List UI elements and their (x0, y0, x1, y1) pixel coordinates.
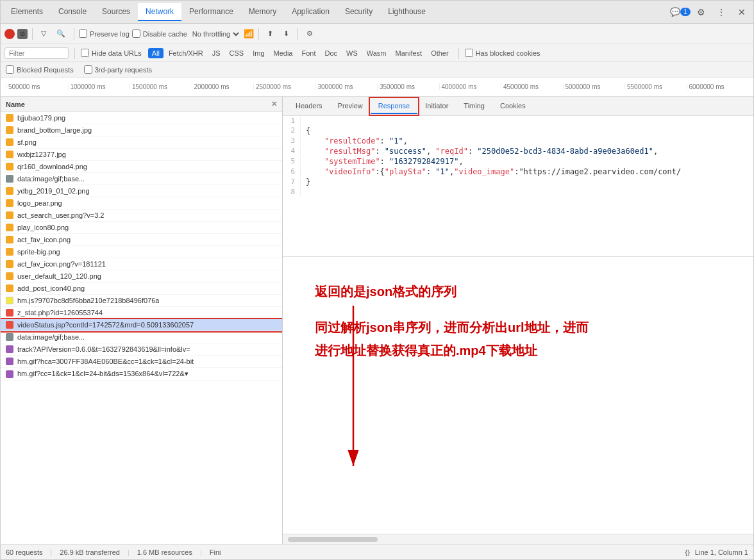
close-panel-button[interactable]: ✕ (271, 100, 277, 108)
filter-img[interactable]: Img (249, 48, 268, 58)
network-toolbar: ⊘ ▽ 🔍 Preserve log Disable cache No thro… (1, 24, 753, 44)
annotation-text: 返回的是json格式的序列 同过解析json串序列，进而分析出url地址，进而 … (315, 280, 741, 362)
tab-preview[interactable]: Preview (330, 99, 371, 114)
preserve-log-label[interactable]: Preserve log (79, 29, 130, 38)
scrollbar-thumb-h[interactable] (288, 537, 378, 542)
requests-list[interactable]: bjjubao179.pngbrand_bottom_large.jpgsf.p… (1, 112, 282, 544)
requests-header: Name ✕ (1, 97, 282, 112)
filter-fetch-xhr[interactable]: Fetch/XHR (165, 48, 207, 58)
request-item[interactable]: hm.gif?cc=1&ck=1&cl=24-bit&ds=1536x864&v… (1, 368, 282, 381)
request-item[interactable]: qr160_download4.png (1, 161, 282, 173)
close-icon[interactable]: ✕ (733, 3, 751, 21)
third-party-label[interactable]: 3rd-party requests (84, 65, 152, 74)
request-item[interactable]: act_fav_icon.png (1, 234, 282, 246)
request-item[interactable]: brand_bottom_large.jpg (1, 124, 282, 136)
hide-data-urls-label[interactable]: Hide data URLs (81, 49, 142, 57)
has-blocked-label[interactable]: Has blocked cookies (465, 49, 540, 57)
request-item[interactable]: ydbg_2019_01_02.png (1, 185, 282, 197)
filter-js[interactable]: JS (208, 48, 224, 58)
request-icon (6, 199, 13, 207)
tab-initiator[interactable]: Initiator (417, 99, 456, 114)
network-settings-button[interactable]: ⚙ (303, 28, 317, 40)
json-viewer[interactable]: 12{3 "resultCode": "1",4 "resultMsg": "s… (283, 116, 753, 257)
tab-sources[interactable]: Sources (94, 3, 138, 21)
disable-cache-label[interactable]: Disable cache (132, 29, 187, 38)
has-blocked-checkbox[interactable] (465, 49, 473, 57)
resources: 1.6 MB resources (137, 548, 192, 556)
request-item[interactable]: data:image/gif;base... (1, 331, 282, 343)
request-item[interactable]: hm.js?9707bc8d5f6bba210e7218b8496f076a (1, 295, 282, 307)
filter-media[interactable]: Media (270, 48, 297, 58)
tab-response[interactable]: Response (371, 99, 418, 114)
third-party-checkbox[interactable] (84, 65, 92, 74)
response-tabs: Headers Preview Response Initiator Timin… (283, 97, 753, 116)
hide-data-urls-text: Hide data URLs (92, 49, 142, 57)
line-content: "resultCode": "1", (306, 136, 408, 145)
timeline-bar: 500000 ms 1000000 ms 1500000 ms 2000000 … (1, 78, 753, 97)
request-name: hm.gif?cc=1&ck=1&cl=24-bit&ds=1536x864&v… (17, 370, 188, 378)
blocked-requests-checkbox[interactable] (6, 65, 14, 74)
wifi-icon[interactable]: 📶 (244, 29, 254, 38)
request-item[interactable]: bjjubao179.png (1, 112, 282, 124)
disable-cache-checkbox[interactable] (132, 29, 140, 38)
export-button[interactable]: ⬇ (280, 28, 293, 40)
request-name: hm.gif?hca=3007FF38A4E060BE&cc=1&ck=1&cl… (17, 358, 194, 365)
request-item[interactable]: act_fav_icon.png?v=181121 (1, 258, 282, 270)
search-button[interactable]: 🔍 (53, 28, 69, 40)
horizontal-scrollbar[interactable] (283, 534, 753, 544)
record-button[interactable] (4, 29, 15, 39)
request-item[interactable]: sprite-big.png (1, 246, 282, 258)
tab-cookies[interactable]: Cookies (492, 99, 533, 114)
tab-timing[interactable]: Timing (456, 99, 492, 114)
request-name: act_fav_icon.png?v=181121 (17, 260, 106, 268)
request-item[interactable]: z_stat.php?id=1260553744 (1, 307, 282, 319)
request-name: data:image/gif;base... (17, 175, 85, 183)
tab-application[interactable]: Application (284, 3, 337, 21)
throttle-select[interactable]: No throttling (190, 29, 241, 38)
tab-headers[interactable]: Headers (288, 99, 330, 114)
chat-icon[interactable]: 💬 1 (671, 3, 689, 21)
tab-memory[interactable]: Memory (241, 3, 284, 21)
tab-performance[interactable]: Performance (181, 3, 241, 21)
import-button[interactable]: ⬆ (264, 28, 277, 40)
settings-icon[interactable]: ⚙ (692, 3, 710, 21)
stop-button[interactable]: ⊘ (17, 29, 28, 39)
filter-ws[interactable]: WS (342, 48, 362, 58)
filter-button[interactable]: ▽ (37, 28, 50, 40)
filter-other[interactable]: Other (427, 48, 453, 58)
request-item[interactable]: wxbjz12377.jpg (1, 149, 282, 161)
request-item[interactable]: data:image/gif;base... (1, 173, 282, 185)
filter-wasm[interactable]: Wasm (363, 48, 390, 58)
preserve-log-checkbox[interactable] (79, 29, 87, 38)
mark-1: 1000000 ms (68, 83, 130, 90)
request-item[interactable]: videoStatus.jsp?contId=1742572&mrd=0.509… (1, 319, 282, 331)
blocked-requests-label[interactable]: Blocked Requests (6, 65, 74, 74)
filter-font[interactable]: Font (297, 48, 319, 58)
hide-data-urls-checkbox[interactable] (81, 49, 89, 57)
format-icon[interactable]: {} (685, 548, 689, 556)
tab-elements[interactable]: Elements (3, 3, 51, 21)
request-item[interactable]: play_icon80.png (1, 222, 282, 234)
tab-console[interactable]: Console (51, 3, 94, 21)
filter-doc[interactable]: Doc (321, 48, 341, 58)
filter-css[interactable]: CSS (226, 48, 248, 58)
more-icon[interactable]: ⋮ (712, 3, 730, 21)
filter-all[interactable]: All (148, 48, 163, 58)
request-item[interactable]: hm.gif?hca=3007FF38A4E060BE&cc=1&ck=1&cl… (1, 356, 282, 368)
request-name: play_icon80.png (17, 224, 69, 231)
request-icon (6, 187, 13, 195)
tab-security[interactable]: Security (337, 3, 380, 21)
request-item[interactable]: track?APIVersion=0.6.0&t=1632792843619&l… (1, 343, 282, 356)
request-item[interactable]: sf.png (1, 136, 282, 149)
tab-network[interactable]: Network (138, 3, 181, 21)
tab-lighthouse[interactable]: Lighthouse (380, 3, 433, 21)
request-item[interactable]: add_post_icon40.png (1, 283, 282, 295)
request-item[interactable]: user_default_120_120.png (1, 270, 282, 283)
filter-input[interactable] (4, 47, 69, 59)
mark-2: 1500000 ms (130, 83, 192, 90)
filter-manifest[interactable]: Manifest (392, 48, 426, 58)
search-icon: 🔍 (56, 29, 65, 38)
request-item[interactable]: act_search_user.png?v=3.2 (1, 210, 282, 222)
request-item[interactable]: logo_pear.png (1, 197, 282, 210)
request-icon (6, 151, 13, 158)
